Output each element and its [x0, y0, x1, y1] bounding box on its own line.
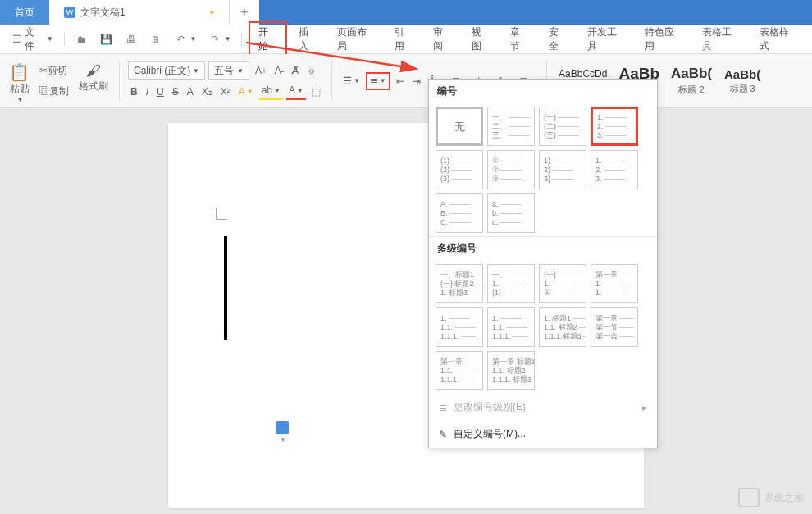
numbering-none[interactable]: 无: [436, 107, 483, 146]
font-color[interactable]: A▼: [286, 83, 306, 100]
bullet-list[interactable]: ☰▼: [340, 74, 363, 89]
tab-tabletools[interactable]: 表格工具: [694, 23, 748, 56]
tab-start[interactable]: 开始: [249, 21, 287, 57]
ml-chapter-section[interactable]: 第一章第一节第一条: [591, 307, 638, 347]
brush-icon: 🖌: [86, 62, 101, 80]
numbering-grid-1: 无 一、二、三、 (一)(二)(三) 1.2.3. (1)(2)(3) ①②③ …: [429, 103, 657, 236]
preview-button[interactable]: 🗎: [145, 30, 167, 48]
tab-dev[interactable]: 开发工具: [579, 23, 633, 56]
numbering-paren[interactable]: (1)(2)(3): [436, 150, 483, 189]
watermark-text: 系统之家: [764, 491, 804, 505]
underline-button[interactable]: U: [154, 84, 167, 99]
tab-reference[interactable]: 引用: [386, 23, 422, 56]
custom-numbering-item[interactable]: ✎自定义编号(M)...: [429, 421, 657, 448]
shrink-font[interactable]: A-: [272, 63, 286, 78]
section-multilevel: 多级编号: [429, 236, 657, 261]
menu-button[interactable]: ☰文件▼: [7, 23, 57, 56]
ml-chinese-heading[interactable]: 一、标题1(一) 标题21. 标题3: [436, 264, 483, 303]
change-level-item[interactable]: ≣更改编号级别(E)▸: [429, 393, 657, 421]
tab-insert[interactable]: 插入: [290, 23, 326, 56]
save-icon: 💾: [100, 33, 113, 46]
document-table[interactable]: [224, 236, 227, 340]
numbering-rparen[interactable]: 1)2)3): [539, 150, 586, 189]
ml-decimal-a[interactable]: 1.1.1.1.1.1.: [436, 307, 483, 347]
ribbon: 📋 粘贴▼ ✂剪切 ⿻复制 🖌 格式刷 Calibri (正文)▼ 五号▼ A+…: [0, 54, 812, 108]
numbering-chinese-paren[interactable]: (一)(二)(三): [539, 107, 586, 146]
tab-document[interactable]: W 文字文稿1 •: [49, 0, 230, 25]
font-select[interactable]: Calibri (正文)▼: [128, 61, 205, 80]
title-tabs: 首页 W 文字文稿1 • +: [0, 0, 812, 25]
numbering-chinese-comma[interactable]: 一、二、三、: [487, 107, 535, 146]
tab-home[interactable]: 首页: [0, 0, 49, 25]
scissors-icon: ✂: [39, 65, 48, 76]
doc-title: 文字文稿1: [80, 6, 125, 20]
bold-button[interactable]: B: [128, 84, 140, 99]
paste-group: 📋 粘贴▼: [7, 61, 32, 102]
tab-tablestyle[interactable]: 表格样式: [751, 23, 805, 56]
section-numbering: 编号: [429, 80, 657, 103]
copy-button[interactable]: ⿻复制: [37, 83, 71, 100]
ml-chinese-num[interactable]: 一、1.(1): [487, 264, 535, 303]
italic-button[interactable]: I: [144, 84, 151, 99]
indent-icon: ≣: [439, 402, 447, 413]
numbering-circled[interactable]: ①②③: [487, 150, 535, 189]
numbering-arabic-dot[interactable]: 1.2.3.: [591, 107, 638, 146]
ml-paren-circle[interactable]: (一)1.①: [539, 264, 586, 303]
print-button[interactable]: 🖶: [121, 30, 142, 48]
grow-font[interactable]: A+: [253, 63, 269, 78]
tab-security[interactable]: 安全: [541, 23, 576, 56]
paste-button[interactable]: 📋 粘贴▼: [7, 61, 32, 102]
highlight[interactable]: ab▼: [259, 83, 283, 100]
undo-button[interactable]: ↶▼: [170, 30, 201, 48]
number-list-button[interactable]: ≣▼: [366, 72, 390, 90]
outdent[interactable]: ⇤: [394, 74, 407, 89]
document-canvas: ▼: [0, 108, 812, 514]
watermark: 系统之家: [738, 488, 804, 507]
numbering-dropdown: 编号 无 一、二、三、 (一)(二)(三) 1.2.3. (1)(2)(3) ①…: [428, 79, 658, 448]
unsaved-dot: •: [210, 6, 214, 19]
preview-icon: 🗎: [149, 33, 162, 46]
numbering-upper-alpha[interactable]: A.B.C.: [436, 193, 483, 233]
open-button[interactable]: 🖿: [71, 30, 93, 48]
numbering-arabic-dot2[interactable]: 1.2.3.: [591, 150, 638, 189]
tab-section[interactable]: 章节: [502, 23, 537, 56]
numbering-lower-alpha[interactable]: a.b.c.: [487, 193, 535, 233]
tab-review[interactable]: 审阅: [425, 23, 460, 56]
style-h3[interactable]: AaBb(标题 3: [720, 58, 764, 104]
text-effect[interactable]: A▼: [236, 84, 256, 99]
ml-chapter-heading[interactable]: 第一章 标题11.1. 标题21.1.1. 标题3: [487, 351, 535, 390]
subscript[interactable]: X₂: [199, 84, 215, 99]
ml-decimal-b[interactable]: 1.1.1.1.1.1.: [487, 307, 535, 347]
save-button[interactable]: 💾: [96, 30, 117, 48]
print-icon: 🖶: [125, 33, 138, 46]
clipboard-icon: 📋: [9, 62, 30, 82]
quick-access-bar: ☰文件▼ 🖿 💾 🖶 🗎 ↶▼ ↷▼ 开始 插入 页面布局 引用 审阅 视图 章…: [0, 25, 812, 54]
ml-chapter[interactable]: 第一章1.1.: [591, 264, 638, 303]
strike-button[interactable]: S: [170, 84, 181, 99]
font-a1[interactable]: A: [185, 84, 196, 99]
multilevel-grid: 一、标题1(一) 标题21. 标题3 一、1.(1) (一)1.① 第一章1.1…: [429, 261, 657, 393]
cut-button[interactable]: ✂剪切: [37, 62, 70, 80]
clear-format[interactable]: A̸: [290, 63, 301, 78]
doc-icon: W: [64, 7, 75, 18]
paste-options-icon: [276, 421, 289, 434]
pencil-icon: ✎: [439, 429, 447, 440]
size-select[interactable]: 五号▼: [208, 61, 249, 80]
menu-icon: ☰: [11, 33, 23, 46]
format-painter[interactable]: 🖌 格式刷: [76, 61, 111, 102]
change-case[interactable]: ☼: [304, 63, 318, 78]
tab-pagelayout[interactable]: 页面布局: [329, 23, 383, 56]
watermark-logo-icon: [738, 488, 760, 507]
floating-toolbar[interactable]: ▼: [276, 421, 289, 443]
redo-icon: ↷: [208, 33, 221, 46]
tab-feature[interactable]: 特色应用: [636, 23, 691, 56]
indent[interactable]: ⇥: [410, 74, 423, 89]
tab-view[interactable]: 视图: [463, 23, 499, 56]
copy-icon: ⿻: [39, 85, 49, 97]
char-border[interactable]: ⬚: [309, 84, 323, 99]
ml-chapter-decimal[interactable]: 第一章1.1.1.1.1.: [436, 351, 483, 390]
superscript[interactable]: X²: [218, 84, 233, 99]
style-h2[interactable]: AaBb(标题 2: [668, 58, 715, 104]
ml-decimal-heading[interactable]: 1. 标题11.1. 标题21.1.1.标题3: [539, 307, 586, 347]
redo-button[interactable]: ↷▼: [204, 30, 235, 48]
